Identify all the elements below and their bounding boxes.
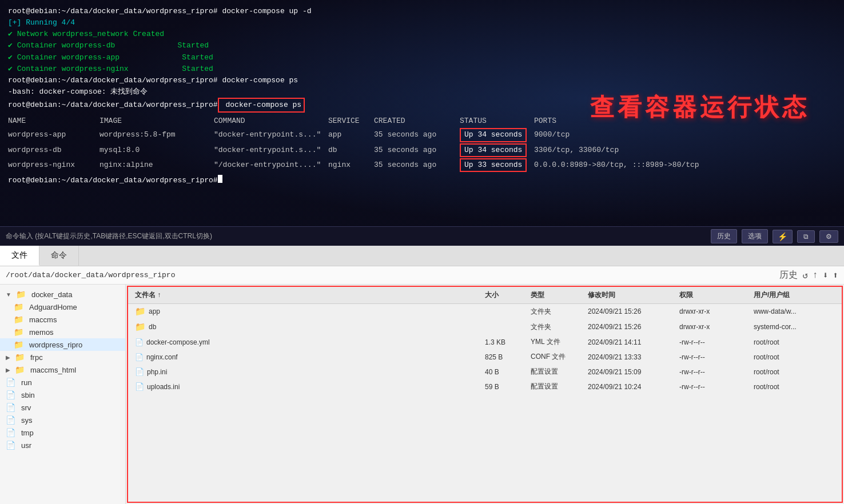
fl-cell-modified-1: 2024/09/21 15:26 — [586, 322, 677, 331]
terminal-final-prompt-line: root@debian:~/data/docker_data/wordpress… — [8, 175, 836, 186]
pathbar-path: /root/data/docker_data/wordpress_ripro — [6, 271, 775, 279]
history-button[interactable]: 历史 — [711, 229, 737, 243]
ps-typo-prompt: root@debian:~/data/docker_data/wordpress… — [8, 75, 218, 86]
file-icon: 📄 — [135, 367, 144, 376]
cell-service-1: db — [328, 143, 374, 158]
terminal-toolbar: 命令输入 (按ALT键提示历史,TAB键路径,ESC键返回,双击CTRL切换) … — [0, 226, 844, 246]
cell-status-1: Up 34 seconds — [460, 143, 534, 158]
fm-sidebar: ▼📁docker_data📁AdguardHome📁maccms📁memos📁w… — [0, 285, 126, 504]
sidebar-item-label: AdguardHome — [29, 303, 77, 311]
sidebar-item-srv[interactable]: 📄srv — [0, 401, 125, 414]
cell-service-2: nginx — [328, 158, 374, 173]
docker-ps-table: NAME IMAGE COMMAND SERVICE CREATED STATU… — [8, 115, 836, 173]
terminal-container2-line: ✔ Container wordpress-app Started — [8, 52, 836, 63]
conf-icon: 📄 — [135, 353, 144, 361]
tree-toggle-icon[interactable]: ▼ — [6, 291, 11, 298]
sidebar-item-memos[interactable]: 📁memos — [0, 326, 125, 338]
sidebar-item-maccms[interactable]: 📁maccms — [0, 313, 125, 326]
cell-name-2: wordpress-nginx — [8, 158, 99, 173]
fl-cell-size-0 — [483, 311, 528, 312]
col-header-command: COMMAND — [214, 115, 328, 127]
table-row-1: wordpress-db mysql:8.0 "docker-entrypoin… — [8, 143, 836, 158]
cell-command-0: "docker-entrypoint.s..." — [214, 127, 328, 142]
refresh-icon[interactable]: ↺ — [802, 270, 808, 281]
download-icon[interactable]: ⬇ — [823, 270, 829, 281]
fl-cell-name-1: 📁db — [133, 321, 483, 333]
upload-icon[interactable]: ⬆ — [833, 270, 838, 281]
sidebar-item-label: wordpress_ripro — [29, 341, 82, 349]
fl-col-size: 大小 — [483, 289, 528, 301]
fl-cell-size-4: 40 B — [483, 367, 528, 377]
filename-4: php.ini — [147, 368, 167, 376]
up-icon[interactable]: ↑ — [813, 270, 818, 281]
sidebar-item-sbin[interactable]: 📄sbin — [0, 389, 125, 401]
terminal-input-hint: 命令输入 (按ALT键提示历史,TAB键路径,ESC键返回,双击CTRL切换) — [6, 231, 706, 241]
fl-cell-modified-5: 2024/09/21 10:24 — [586, 382, 677, 391]
fl-cell-permissions-0: drwxr-xr-x — [677, 307, 751, 316]
folder-icon: 📁 — [135, 306, 146, 317]
terminal-container3-line: ✔ Container wordpress-nginx Started — [8, 63, 836, 75]
copy-button[interactable]: ⧉ — [797, 230, 815, 243]
container3-status: Started — [182, 63, 213, 75]
list-item-4[interactable]: 📄php.ini 40 B 配置设置 2024/09/21 15:09 -rw-… — [128, 365, 842, 379]
container3-label: ✔ Container wordpress-nginx — [8, 63, 129, 75]
filename-3: nginx.conf — [146, 353, 178, 361]
list-item-3[interactable]: 📄nginx.conf 825 B CONF 文件 2024/09/21 13:… — [128, 350, 842, 365]
options-button[interactable]: 选项 — [742, 229, 768, 243]
cell-status-0: Up 34 seconds — [460, 127, 534, 142]
fl-cell-size-2: 1.3 KB — [483, 338, 528, 347]
sidebar-item-frpc[interactable]: ▶📁frpc — [0, 351, 125, 363]
list-item-0[interactable]: 📁app 文件夹 2024/09/21 15:26 drwxr-xr-x www… — [128, 304, 842, 319]
sidebar-item-maccms-html[interactable]: ▶📁maccms_html — [0, 363, 125, 376]
fl-cell-type-1: 文件夹 — [528, 322, 586, 333]
history-icon-btn[interactable]: 历史 — [779, 269, 798, 281]
tab-commands[interactable]: 命令 — [39, 246, 79, 266]
list-item-5[interactable]: 📄uploads.ini 59 B 配置设置 2024/09/21 10:24 … — [128, 379, 842, 394]
list-item-1[interactable]: 📁db 文件夹 2024/09/21 15:26 drwxr-xr-x syst… — [128, 319, 842, 335]
cell-image-1: mysql:8.0 — [99, 143, 214, 158]
cursor-block — [218, 175, 222, 183]
fl-cell-name-2: 📄docker-compose.yml — [133, 338, 483, 347]
fl-col-type: 类型 — [528, 289, 586, 301]
fm-content: ▼📁docker_data📁AdguardHome📁maccms📁memos📁w… — [0, 285, 844, 504]
fl-cell-permissions-5: -rw-r--r-- — [677, 382, 751, 391]
filename-5: uploads.ini — [147, 383, 180, 391]
terminal-ps-typo-line: root@debian:~/data/docker_data/wordpress… — [8, 75, 836, 86]
fl-cell-type-3: CONF 文件 — [528, 351, 586, 362]
container2-status: Started — [182, 52, 213, 63]
sidebar-item-run[interactable]: 📄run — [0, 376, 125, 389]
settings-button[interactable]: ⚙ — [819, 230, 838, 243]
sidebar-item-docker-data[interactable]: ▼📁docker_data — [0, 288, 125, 301]
sidebar-item-label: memos — [29, 328, 54, 337]
fl-col-modified: 修改时间 — [586, 289, 677, 301]
sidebar-item-label: sys — [21, 416, 33, 425]
tab-files[interactable]: 文件 — [0, 246, 39, 266]
fl-cell-permissions-2: -rw-r--r-- — [677, 338, 751, 347]
sidebar-item-AdguardHome[interactable]: 📁AdguardHome — [0, 301, 125, 313]
pathbar-controls: 历史 ↺ ↑ ⬇ ⬆ — [779, 269, 838, 281]
fl-cell-owner-3: root/root — [751, 353, 837, 362]
fl-header: 文件名 ↑ 大小 类型 修改时间 权限 用户/用户组 — [128, 287, 842, 304]
cell-name-0: wordpress-app — [8, 127, 99, 142]
cell-created-0: 35 seconds ago — [374, 127, 460, 142]
sidebar-item-usr[interactable]: 📄usr — [0, 439, 125, 451]
fl-cell-owner-4: root/root — [751, 367, 837, 377]
col-header-service: SERVICE — [328, 115, 374, 127]
fl-col-name: 文件名 ↑ — [133, 289, 483, 301]
list-item-2[interactable]: 📄docker-compose.yml 1.3 KB YML 文件 2024/0… — [128, 335, 842, 350]
tree-toggle-icon[interactable]: ▶ — [6, 354, 10, 361]
sidebar-item-sys[interactable]: 📄sys — [0, 414, 125, 426]
sidebar-item-tmp[interactable]: 📄tmp — [0, 426, 125, 439]
sidebar-item-wordpress-ripro[interactable]: 📁wordpress_ripro — [0, 338, 125, 351]
fm-filelist-wrapper: 文件名 ↑ 大小 类型 修改时间 权限 用户/用户组 📁app 文件夹 2024… — [127, 286, 843, 503]
tree-toggle-icon[interactable]: ▶ — [6, 367, 10, 373]
running-status: [+] Running 4/4 — [8, 17, 75, 29]
cell-image-2: nginx:alpine — [99, 158, 214, 173]
pathbar: /root/data/docker_data/wordpress_ripro 历… — [0, 266, 844, 285]
col-header-created: CREATED — [374, 115, 460, 127]
fl-cell-permissions-1: drwxr-xr-x — [677, 322, 751, 331]
sidebar-item-label: maccms — [29, 315, 57, 324]
lightning-button[interactable]: ⚡ — [773, 230, 793, 243]
cmd-correct-highlighted: docker-compose ps — [218, 98, 305, 113]
fl-cell-size-3: 825 B — [483, 353, 528, 362]
